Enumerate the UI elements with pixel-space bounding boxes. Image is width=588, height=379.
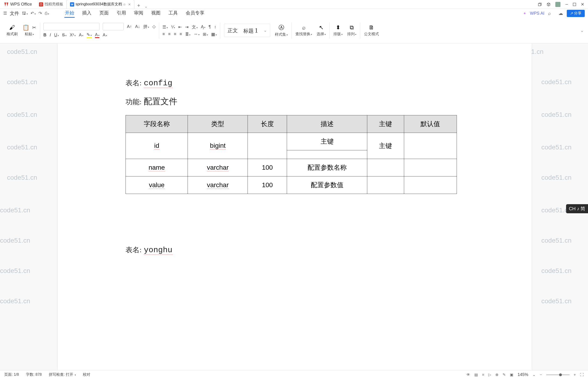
cloud-icon[interactable]: ☁	[558, 11, 563, 16]
fill-icon[interactable]: ▦▾	[211, 32, 217, 37]
hamburger-icon[interactable]: ☰	[3, 11, 7, 16]
menu-tools[interactable]: 工具	[168, 9, 178, 18]
style-set-label[interactable]: 样式集▾	[275, 32, 288, 37]
layout-label[interactable]: 排版▾	[334, 32, 343, 37]
strikethrough-icon[interactable]: S▾	[62, 33, 67, 37]
edit-mode-icon[interactable]: ✎	[503, 372, 506, 377]
cube-icon[interactable]	[546, 2, 551, 7]
focus-mode-icon[interactable]: ▣	[510, 372, 513, 377]
document-icon[interactable]: 🗎	[369, 24, 374, 31]
close-window-icon[interactable]: ✕	[581, 2, 584, 7]
add-tab-button[interactable]: +	[134, 2, 143, 9]
paste-icon[interactable]: 📋	[22, 24, 29, 31]
menu-insert[interactable]: 插入	[82, 9, 92, 18]
style-gallery[interactable]: 正文 标题1 ⌄	[224, 24, 270, 37]
cut-icon[interactable]: ✂	[32, 25, 36, 30]
file-menu[interactable]: 文件	[10, 10, 19, 16]
align-right-icon[interactable]: ≡	[174, 32, 176, 37]
spacing-icon[interactable]: ↔▾	[194, 32, 200, 37]
font-color-icon[interactable]: A▾	[95, 32, 100, 38]
align-center-icon[interactable]: ≡	[168, 32, 171, 37]
window-restore-icon[interactable]	[538, 2, 542, 7]
menu-home[interactable]: 开始	[64, 9, 75, 18]
eye-icon[interactable]: 👁	[466, 373, 470, 377]
status-proofread[interactable]: 校对	[83, 372, 90, 377]
gov-mode-label[interactable]: 公文模式	[364, 32, 379, 37]
status-words[interactable]: 字数: 878	[26, 372, 42, 377]
align-left-icon[interactable]: ≡	[162, 32, 165, 37]
save-icon[interactable]: 🖫▾	[22, 11, 28, 16]
play-icon[interactable]: ▷	[488, 372, 491, 377]
arrange-icon[interactable]: ⧉	[350, 24, 354, 31]
maximize-icon[interactable]	[573, 3, 576, 6]
line-spacing-icon[interactable]: ↕	[214, 24, 216, 29]
paste-label[interactable]: 粘贴▾	[25, 32, 34, 37]
fullscreen-icon[interactable]: ⛶	[580, 373, 584, 377]
bold-icon[interactable]: B	[43, 33, 46, 37]
decrease-font-icon[interactable]: A↓	[135, 24, 140, 29]
bullet-list-icon[interactable]: ☰▾	[162, 24, 168, 30]
shading-icon[interactable]: A▾	[103, 33, 107, 37]
select-label[interactable]: 选择▾	[317, 32, 326, 37]
number-list-icon[interactable]: ⅟▾	[171, 24, 175, 30]
tab-templates[interactable]: D 找稻壳模板	[36, 0, 67, 9]
outline-view-icon[interactable]: ≡	[482, 373, 484, 377]
text-direction-icon[interactable]: 文▾	[192, 24, 198, 30]
align-justify-icon[interactable]: ≡	[180, 32, 182, 37]
sort-icon[interactable]: Ą▾	[201, 24, 205, 29]
print-icon[interactable]: ⎙▾	[45, 11, 49, 16]
italic-icon[interactable]: I	[50, 33, 51, 37]
clear-format-icon[interactable]: ◇	[152, 24, 156, 29]
status-spellcheck[interactable]: 拼写检查: 打开 ▾	[49, 372, 76, 377]
zoom-slider[interactable]	[546, 374, 570, 375]
share-button[interactable]: ↗ 分享	[567, 10, 585, 17]
tab-menu-caret[interactable]: ⌄	[143, 4, 149, 9]
text-effect-icon[interactable]: A▾	[79, 33, 83, 37]
zoom-value[interactable]: 145%	[518, 372, 528, 377]
format-painter-icon[interactable]: 🖌	[9, 24, 15, 31]
phonetic-icon[interactable]: 拼▾	[143, 24, 149, 29]
superscript-icon[interactable]: X²▾	[70, 33, 76, 37]
highlight-icon[interactable]: ✎▾	[86, 32, 92, 38]
zoom-in-icon[interactable]: +	[574, 373, 576, 377]
redo-icon[interactable]: ↷	[38, 11, 42, 16]
style-expand-icon[interactable]: ⌄	[264, 28, 267, 33]
font-size-select[interactable]	[103, 23, 124, 30]
avatar-icon[interactable]	[555, 2, 560, 7]
minimize-icon[interactable]: −	[565, 1, 568, 7]
show-marks-icon[interactable]: ¶	[209, 24, 211, 29]
search-icon[interactable]: ⌕	[548, 11, 551, 16]
find-replace-label[interactable]: 查找替换▾	[295, 32, 312, 37]
zoom-out-icon[interactable]: −	[540, 373, 542, 377]
menu-member[interactable]: 会员专享	[185, 9, 205, 18]
increase-font-icon[interactable]: A↑	[127, 24, 132, 29]
layout-icon[interactable]: ⬍	[336, 24, 340, 31]
close-icon[interactable]: ✕	[128, 2, 131, 6]
cursor-icon[interactable]: ↖	[319, 24, 324, 31]
web-view-icon[interactable]: ⊕	[495, 372, 498, 377]
arrange-label[interactable]: 排列▾	[347, 32, 356, 37]
underline-icon[interactable]: U▾	[54, 33, 59, 37]
ime-indicator[interactable]: CH ♪ 简	[566, 204, 588, 213]
style-set-icon[interactable]: Ⓐ	[279, 24, 284, 31]
tab-document[interactable]: W springboot93034数据库文档 ⎚ ✕	[67, 0, 134, 9]
menu-page[interactable]: 页面	[99, 9, 109, 18]
undo-icon[interactable]: ↶▾	[31, 11, 36, 16]
page-view-icon[interactable]: ▤	[474, 372, 478, 377]
menu-view[interactable]: 视图	[151, 9, 161, 18]
menu-reference[interactable]: 引用	[116, 9, 126, 18]
border-icon[interactable]: ⊞▾	[203, 32, 208, 37]
document-page[interactable]: 表名: config 功能: 配置文件 字段名称 类型 长度 描述 主键 默认值…	[58, 43, 532, 370]
zoom-caret-icon[interactable]: ⌄	[533, 372, 536, 377]
ribbon-collapse-icon[interactable]: ⌄	[580, 28, 584, 33]
style-normal[interactable]: 正文	[228, 27, 238, 34]
wps-ai-button[interactable]: WPS AI	[530, 11, 544, 16]
style-heading1[interactable]: 标题1	[243, 26, 258, 34]
increase-indent-icon[interactable]: ⇥	[185, 24, 188, 30]
distribute-icon[interactable]: ≣▾	[185, 32, 190, 37]
menu-review[interactable]: 审阅	[134, 9, 144, 18]
font-family-select[interactable]	[43, 23, 100, 30]
status-page[interactable]: 页面: 1/8	[4, 372, 19, 377]
decrease-indent-icon[interactable]: ⇤	[178, 24, 182, 30]
search-icon[interactable]: ⌕	[302, 24, 305, 31]
